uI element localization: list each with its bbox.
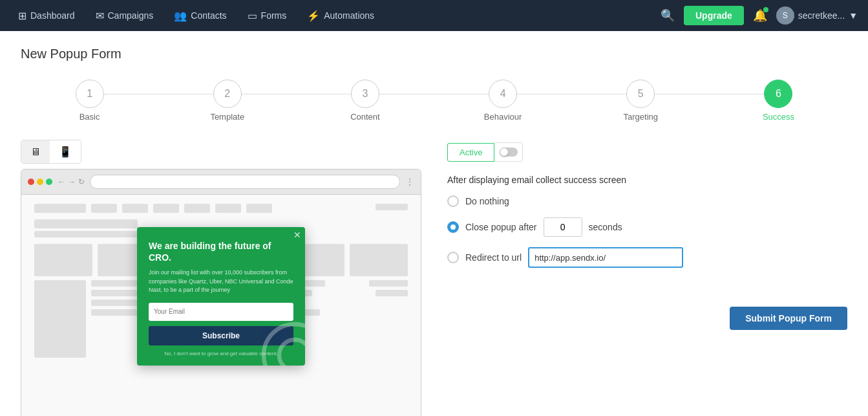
step-circle-3: 3 (351, 80, 379, 108)
active-toggle-row: Active (447, 142, 847, 162)
popup-description: Join our mailing list with over 10,000 s… (149, 268, 293, 295)
step-circle-2: 2 (213, 80, 242, 108)
fake-nav-7 (246, 204, 272, 213)
fake-col-1 (34, 244, 92, 276)
fake-hero-line (34, 219, 138, 228)
step-content[interactable]: 3 Content (296, 80, 434, 122)
step-label-basic: Basic (79, 112, 100, 122)
fake-nav-2 (91, 204, 117, 213)
contacts-icon: 👥 (174, 10, 187, 22)
browser-dots (28, 179, 52, 185)
popup-title: We are building the future of CRO. (149, 240, 293, 263)
nav-dashboard-label: Dashboard (30, 10, 75, 21)
desktop-view-button[interactable]: 🖥 (21, 140, 50, 163)
popup-email-input[interactable] (149, 303, 293, 321)
popup-close-icon[interactable]: ✕ (293, 230, 301, 240)
minimize-dot (37, 179, 43, 185)
radio-do-nothing-circle (447, 195, 459, 207)
fake-spacer (277, 204, 370, 213)
user-menu[interactable]: S secretkee... ▼ (776, 6, 858, 25)
submit-popup-form-button[interactable]: Submit Popup Form (730, 307, 847, 330)
notifications-bell[interactable]: 🔔 (749, 5, 771, 27)
toggle-switch-container[interactable] (494, 142, 523, 162)
radio-redirect-label: Redirect to url (465, 252, 522, 263)
view-toggle: 🖥 📱 (21, 140, 81, 164)
step-template[interactable]: 2 Template (158, 80, 296, 122)
navbar: ⊞ Dashboard ✉ Campaigns 👥 Contacts ▭ For… (0, 0, 868, 31)
popup-footer: No, I don't want to grow and get valuabl… (149, 351, 293, 356)
fake-nav-1 (34, 204, 86, 213)
step-label-success: Success (763, 112, 794, 122)
nav-forms[interactable]: ▭ Forms (240, 6, 295, 26)
fake-right-2 (376, 290, 408, 296)
nav-campaigns-label: Campaigns (108, 10, 154, 21)
step-behaviour[interactable]: 4 Behaviour (434, 80, 572, 122)
step-label-targeting: Targeting (624, 112, 658, 122)
fake-nav-right (376, 204, 408, 210)
refresh-icon[interactable]: ↻ (78, 177, 85, 186)
popup-preview: ✕ We are building the future of CRO. Joi… (137, 227, 305, 366)
radio-close-popup[interactable]: Close popup after seconds (447, 217, 847, 237)
mobile-view-button[interactable]: 📱 (50, 140, 81, 163)
radio-redirect[interactable]: Redirect to url (447, 247, 847, 268)
radio-do-nothing[interactable]: Do nothing (447, 195, 847, 207)
step-label-behaviour: Behaviour (484, 112, 522, 122)
seconds-input[interactable] (544, 217, 582, 237)
user-name: secretkee... (798, 10, 845, 21)
content-area: 🖥 📱 ← → ↻ (21, 140, 847, 416)
preview-panel: 🖥 📱 ← → ↻ (21, 140, 421, 416)
chevron-down-icon: ▼ (849, 10, 858, 21)
dashboard-icon: ⊞ (18, 10, 26, 22)
fake-sidebar (34, 280, 86, 358)
fake-navbar (34, 204, 408, 213)
active-button[interactable]: Active (447, 143, 494, 162)
fake-right-1 (369, 280, 408, 287)
right-settings-panel: Active After displaying email collect su… (447, 140, 847, 330)
toggle-switch (500, 148, 518, 157)
steps-bar: 1 Basic 2 Template 3 Content 4 Behaviour (21, 80, 847, 122)
radio-inner-dot (450, 224, 456, 230)
browser-toolbar: ← → ↻ ⋮ (21, 170, 421, 195)
toggle-knob (500, 148, 508, 156)
nav-contacts[interactable]: 👥 Contacts (166, 6, 234, 26)
page-title: New Popup Form (21, 47, 847, 61)
forward-icon[interactable]: → (68, 177, 76, 186)
search-icon[interactable]: 🔍 (657, 5, 679, 27)
step-basic[interactable]: 1 Basic (21, 80, 158, 122)
nav-campaigns[interactable]: ✉ Campaigns (88, 6, 162, 26)
step-success[interactable]: 6 Success (710, 80, 847, 122)
fake-nav-5 (184, 204, 210, 213)
radio-close-popup-label: Close popup after (465, 222, 537, 232)
close-popup-inline: Close popup after seconds (465, 217, 622, 237)
browser-address-bar[interactable] (90, 175, 400, 189)
redirect-inline: Redirect to url (465, 247, 683, 268)
popup-inner: ✕ We are building the future of CRO. Joi… (137, 227, 305, 366)
step-label-template: Template (210, 112, 244, 122)
nav-dashboard[interactable]: ⊞ Dashboard (10, 6, 83, 26)
nav-contacts-label: Contacts (191, 10, 226, 21)
step-circle-4: 4 (489, 80, 517, 108)
desktop-icon: 🖥 (30, 146, 41, 157)
nav-automations[interactable]: ⚡ Automations (299, 6, 382, 26)
redirect-url-input[interactable] (528, 247, 683, 268)
browser-menu-icon[interactable]: ⋮ (405, 177, 414, 187)
nav-automations-label: Automations (324, 10, 374, 21)
radio-close-popup-circle (447, 221, 459, 233)
browser-nav-buttons: ← → ↻ (58, 177, 85, 186)
popup-subscribe-button[interactable]: Subscribe (149, 326, 293, 345)
fake-col-6 (350, 244, 408, 276)
notification-dot (763, 7, 768, 12)
forms-icon: ▭ (248, 10, 257, 22)
mobile-icon: 📱 (59, 146, 72, 157)
back-icon[interactable]: ← (58, 177, 65, 186)
fake-nav-4 (153, 204, 179, 213)
step-targeting[interactable]: 5 Targeting (572, 80, 710, 122)
avatar: S (776, 6, 794, 25)
main-content: New Popup Form 1 Basic 2 Template 3 Cont… (0, 31, 868, 416)
step-label-content: Content (350, 112, 380, 122)
page-preview-content: ✕ We are building the future of CRO. Joi… (21, 195, 421, 416)
fake-nav-3 (122, 204, 148, 213)
step-circle-5: 5 (626, 80, 655, 108)
seconds-suffix: seconds (589, 222, 622, 232)
upgrade-button[interactable]: Upgrade (684, 6, 744, 25)
